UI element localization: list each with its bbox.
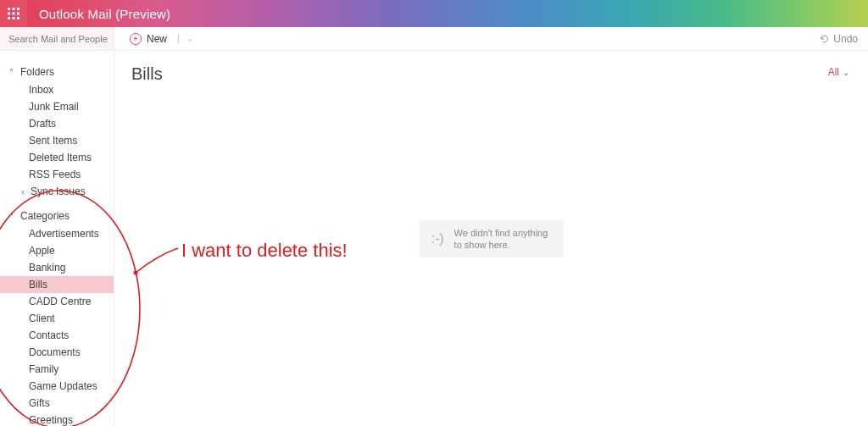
categories-header[interactable]: ˄ Categories [0, 207, 114, 225]
app-launcher-button[interactable] [0, 0, 27, 27]
filter-label: All [828, 66, 839, 78]
category-item[interactable]: Game Updates [0, 378, 114, 395]
category-item[interactable]: Contacts [0, 327, 114, 344]
category-item[interactable]: Documents [0, 344, 114, 361]
category-item[interactable]: Bills [0, 276, 114, 293]
new-label: New [147, 33, 167, 45]
main-pane: Bills All ⌄ :-) We didn't find anything … [114, 51, 868, 426]
filter-dropdown[interactable]: All ⌄ [828, 66, 849, 78]
undo-label: Undo [833, 33, 858, 45]
folders-list: InboxJunk EmailDraftsSent ItemsDeleted I… [0, 81, 114, 200]
category-item[interactable]: Banking [0, 259, 114, 276]
search-input[interactable] [8, 34, 125, 44]
svg-rect-3 [8, 13, 10, 15]
empty-text: We didn't find anything to show here. [454, 226, 552, 251]
category-item[interactable]: Advertisements [0, 225, 114, 242]
svg-rect-0 [8, 8, 10, 10]
category-item[interactable]: CADD Centre [0, 293, 114, 310]
folder-item[interactable]: ›Sync Issues [0, 183, 114, 200]
chevron-up-icon: ˄ [7, 212, 15, 221]
folder-item[interactable]: Junk Email [0, 98, 114, 115]
folder-item[interactable]: Drafts [0, 115, 114, 132]
new-button[interactable]: + New | ⌄ [130, 33, 193, 45]
new-split-divider: | [177, 34, 180, 43]
page-title: Bills [131, 64, 851, 84]
folder-item[interactable]: Inbox [0, 81, 114, 98]
svg-rect-8 [17, 17, 19, 19]
category-item[interactable]: Family [0, 361, 114, 378]
categories-label: Categories [20, 210, 70, 222]
toolbar: + New | ⌄ Undo [114, 27, 868, 50]
folder-item[interactable]: RSS Feeds [0, 166, 114, 183]
folder-item[interactable]: Deleted Items [0, 149, 114, 166]
svg-rect-1 [13, 8, 15, 10]
folder-label: Sync Issues [31, 185, 86, 197]
category-item[interactable]: Gifts [0, 395, 114, 412]
plus-icon: + [130, 33, 142, 45]
category-item[interactable]: Apple [0, 242, 114, 259]
sidebar: ˄ Folders InboxJunk EmailDraftsSent Item… [0, 51, 114, 426]
smiley-icon: :-) [431, 231, 444, 246]
folders-header[interactable]: ˄ Folders [0, 63, 114, 81]
search-container [0, 27, 114, 50]
category-item[interactable]: Client [0, 310, 114, 327]
categories-list: AdvertisementsAppleBankingBillsCADD Cent… [0, 225, 114, 426]
folder-item[interactable]: Sent Items [0, 132, 114, 149]
undo-icon [819, 34, 829, 44]
undo-button[interactable]: Undo [819, 33, 858, 45]
chevron-down-icon[interactable]: ⌄ [186, 34, 193, 43]
toolbar-row: + New | ⌄ Undo [0, 27, 868, 51]
svg-rect-7 [13, 17, 15, 19]
svg-rect-4 [13, 13, 15, 15]
empty-state: :-) We didn't find anything to show here… [420, 219, 564, 257]
chevron-up-icon: ˄ [7, 68, 15, 77]
body: ˄ Folders InboxJunk EmailDraftsSent Item… [0, 51, 868, 426]
app-header: Outlook Mail (Preview) [0, 0, 868, 27]
app-title: Outlook Mail (Preview) [39, 7, 170, 21]
svg-rect-5 [17, 13, 19, 15]
waffle-icon [7, 7, 20, 20]
chevron-down-icon: ⌄ [843, 68, 849, 77]
category-item[interactable]: Greetings [0, 412, 114, 426]
svg-rect-6 [8, 17, 10, 19]
svg-rect-2 [17, 8, 19, 10]
folders-label: Folders [20, 66, 54, 78]
chevron-right-icon: › [19, 187, 27, 196]
